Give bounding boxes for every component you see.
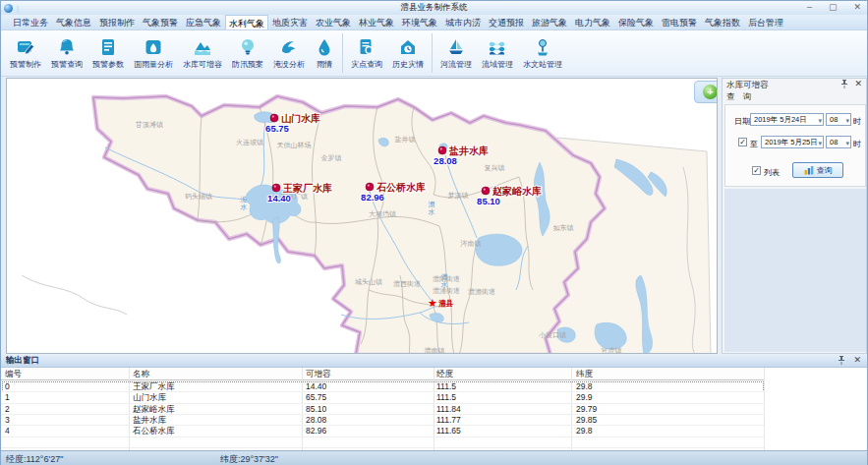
output-close-icon[interactable]: ✕ <box>853 356 861 365</box>
maximize-button[interactable]: ▢ <box>829 2 838 13</box>
tab-保险气象[interactable]: 保险气象 <box>614 15 658 29</box>
table-cell: 82.96 <box>306 426 326 436</box>
tab-农业气象[interactable]: 农业气象 <box>312 15 355 29</box>
tab-旅游气象[interactable]: 旅游气象 <box>528 15 571 29</box>
toolbar-button-河流管理[interactable]: 河流管理 <box>435 31 477 75</box>
town-label-甘溪滩镇: 甘溪滩镇 <box>135 121 163 129</box>
chevron-down-icon: ▾ <box>818 138 822 148</box>
panel-subtitle: 查 询 <box>726 91 754 103</box>
toolbar-button-label: 水库可增容 <box>183 59 222 70</box>
tab-环境气象[interactable]: 环境气象 <box>398 15 441 29</box>
toolbar-button-预警查询[interactable]: 预警查询 <box>46 31 87 75</box>
table-row-divider <box>1 425 764 426</box>
main-area: 甘溪滩镇火连坡镇天供山林场金罗镇盐井镇码头铺镇王家厂镇复兴镇梦溪镇大堰垱镇涔南镇… <box>1 77 867 355</box>
town-label-大堰垱镇: 大堰垱镇 <box>369 210 396 218</box>
toolbar-button-防汛预案[interactable]: 防汛预案 <box>227 31 268 75</box>
toolbar-button-历史灾情[interactable]: 历史灾情 <box>387 31 429 75</box>
toolbar-button-水库可增容[interactable]: 水库可增容 <box>178 31 227 75</box>
date-from-dropdown[interactable]: 2019年 5月24日▾ <box>750 113 824 126</box>
tab-林业气象[interactable]: 林业气象 <box>355 15 398 29</box>
status-longitude: 经度:112°6'27" <box>6 453 63 465</box>
tab-水利气象[interactable]: 水利气象 <box>225 15 268 29</box>
pin-icon[interactable] <box>840 80 848 88</box>
tab-气象指数[interactable]: 气象指数 <box>701 15 744 29</box>
column-header-编号[interactable]: 编号 <box>5 369 22 380</box>
table-cell: 65.75 <box>306 392 326 402</box>
list-checkbox[interactable]: ✓ <box>752 166 761 175</box>
hour-from-dropdown[interactable]: 08▾ <box>826 113 851 126</box>
waves-icon <box>488 37 507 57</box>
marker-highlight <box>274 186 276 188</box>
pin-icon[interactable] <box>838 356 845 365</box>
date-to-dropdown[interactable]: 2019年 5月25日▾ <box>761 136 824 148</box>
bulb-icon <box>238 37 258 57</box>
sailboat-icon <box>446 37 466 57</box>
map-panel[interactable]: 甘溪滩镇火连坡镇天供山林场金罗镇盐井镇码头铺镇王家厂镇复兴镇梦溪镇大堰垱镇涔南镇… <box>6 78 718 354</box>
close-button[interactable]: ✕ <box>853 2 861 13</box>
window-title: 澧县业务制作系统 <box>1 2 867 14</box>
tab-地质灾害[interactable]: 地质灾害 <box>268 15 312 29</box>
column-header-可增容[interactable]: 可增容 <box>306 369 331 380</box>
to-label: 至 <box>750 139 758 149</box>
status-latitude: 纬度:29°37'32" <box>220 453 278 465</box>
tab-雷电预警[interactable]: 雷电预警 <box>658 15 701 29</box>
column-header-名称[interactable]: 名称 <box>133 369 149 380</box>
output-window-header: 输出窗口 ✕ <box>1 355 867 368</box>
reservoir-capacity-value: 14.40 <box>267 193 291 203</box>
toolbar-button-label: 河流管理 <box>440 59 472 70</box>
hour-to-dropdown[interactable]: 08▾ <box>826 136 851 148</box>
table-cell: 28.08 <box>306 415 326 425</box>
toolbar-button-label: 预警参数 <box>92 59 124 70</box>
chart-icon <box>804 165 814 175</box>
tab-气象信息[interactable]: 气象信息 <box>52 15 95 29</box>
table-column-divider <box>571 368 572 450</box>
tab-后台管理[interactable]: 后台管理 <box>744 15 787 29</box>
reservoir-capacity-value: 28.08 <box>434 155 457 166</box>
tab-气象预警[interactable]: 气象预警 <box>139 15 182 29</box>
table-cell: 111.5 <box>436 392 456 402</box>
table-column-divider <box>129 368 130 450</box>
tab-城市内涝[interactable]: 城市内涝 <box>441 15 485 29</box>
to-date-checkbox[interactable]: ✓ <box>738 138 747 146</box>
table-cell: 111.5 <box>436 381 456 391</box>
toolbar-button-label: 历史灾情 <box>392 59 424 70</box>
tab-交通预报[interactable]: 交通预报 <box>485 15 528 29</box>
status-bar: 经度:112°6'27" 纬度:29°37'32" <box>1 450 867 465</box>
table-cell: 1 <box>5 392 10 402</box>
output-table[interactable]: 编号名称可增容经度纬度 0王家厂水库14.40111.529.81山门水库65.… <box>1 368 867 450</box>
title-bar: | 澧县业务制作系统 – ▢ ✕ <box>1 1 867 15</box>
marker-highlight <box>368 185 370 187</box>
toolbar-button-淹没分析[interactable]: 淹没分析 <box>268 31 310 75</box>
toolbar-button-label: 流域管理 <box>482 59 513 70</box>
tab-电力气象[interactable]: 电力气象 <box>571 15 614 29</box>
map-zoom-in-button[interactable]: + <box>694 81 718 103</box>
county-map[interactable]: 甘溪滩镇火连坡镇天供山林场金罗镇盐井镇码头铺镇王家厂镇复兴镇梦溪镇大堰垱镇涔南镇… <box>7 79 718 354</box>
toolbar-button-雨情[interactable]: 雨情 <box>310 31 339 75</box>
toolbar-button-面雨量分析[interactable]: 面雨量分析 <box>129 31 178 75</box>
toolbar-button-灾点查询[interactable]: 灾点查询 <box>346 31 387 75</box>
toolbar-button-水文站管理[interactable]: 水文站管理 <box>518 31 567 75</box>
panel-empty-area <box>724 189 866 352</box>
toolbar-button-流域管理[interactable]: 流域管理 <box>477 31 518 75</box>
tab-日常业务[interactable]: 日常业务 <box>9 15 52 29</box>
toolbar-button-label: 淹没分析 <box>273 59 305 70</box>
toolbar-button-预警制作[interactable]: 预警制作 <box>5 31 46 75</box>
panel-close-icon[interactable]: ✕ <box>854 80 862 88</box>
town-label-复兴镇: 复兴镇 <box>485 164 505 172</box>
reservoir-name-label: 王家厂水库 <box>282 183 332 194</box>
reservoir-name-label: 石公桥水库 <box>376 182 426 193</box>
reservoir-name-label: 赵家峪水库 <box>492 186 542 197</box>
chevron-down-icon: ▾ <box>845 138 849 148</box>
column-header-经度[interactable]: 经度 <box>436 369 453 380</box>
tab-预报制作[interactable]: 预报制作 <box>95 15 139 29</box>
minimize-button[interactable]: – <box>807 2 812 13</box>
toolbar-button-label: 面雨量分析 <box>134 59 173 70</box>
tab-应急气象[interactable]: 应急气象 <box>182 15 225 29</box>
toolbar: 预警制作预警查询预警参数面雨量分析水库可增容防汛预案淹没分析雨情灾点查询历史灾情… <box>1 30 867 77</box>
toolbar-button-label: 水文站管理 <box>523 59 562 70</box>
toolbar-button-预警参数[interactable]: 预警参数 <box>87 31 129 75</box>
query-button[interactable]: 查询 <box>792 162 843 178</box>
reservoir-capacity-value: 85.10 <box>477 196 500 206</box>
column-header-纬度[interactable]: 纬度 <box>576 369 593 380</box>
marker-highlight <box>440 148 442 150</box>
